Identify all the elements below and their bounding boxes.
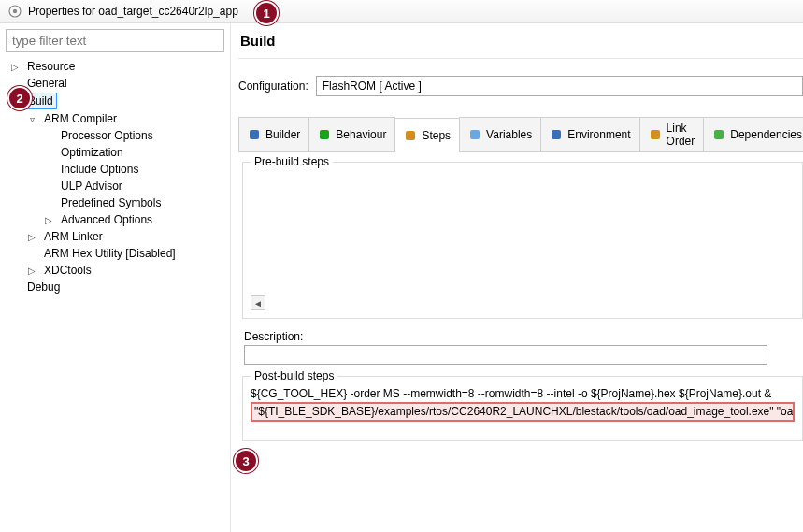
pre-build-legend: Pre-build steps: [251, 155, 333, 168]
svg-rect-3: [320, 130, 329, 139]
pre-build-steps: Pre-build steps ◄: [242, 162, 803, 319]
title-bar: Properties for oad_target_cc2640r2lp_app: [0, 0, 803, 23]
svg-rect-7: [651, 130, 660, 139]
tree-item-label: ULP Advisor: [58, 179, 125, 194]
tree-item[interactable]: Optimization: [6, 144, 224, 161]
tree-item[interactable]: ULP Advisor: [6, 178, 224, 194]
tree-item[interactable]: ▷ARM Linker: [6, 228, 224, 245]
svg-point-1: [13, 9, 17, 13]
callout-3: 3: [234, 449, 258, 473]
callout-2: 2: [7, 86, 32, 110]
main-pane: Build Configuration: FlashROM [ Active ]…: [231, 23, 803, 532]
tree-item[interactable]: ▷Resource: [6, 58, 224, 75]
variables-icon: [468, 128, 481, 141]
environment-icon: [550, 128, 563, 141]
tree-item-label: ARM Hex Utility [Disabled]: [41, 246, 179, 261]
window-title: Properties for oad_target_cc2640r2lp_app: [28, 5, 238, 18]
tree-item-label: Processor Options: [58, 128, 156, 143]
app-icon: [7, 4, 22, 19]
link-order-icon: [649, 128, 662, 141]
expander-icon[interactable]: ▷: [43, 215, 54, 225]
tab-steps[interactable]: Steps: [394, 118, 460, 152]
description-label: Description:: [244, 330, 803, 343]
description-input[interactable]: [244, 345, 767, 365]
expander-icon[interactable]: ▿: [26, 114, 37, 124]
svg-rect-8: [714, 130, 724, 139]
steps-icon: [404, 129, 417, 142]
tree-item-label: Resource: [24, 59, 78, 74]
tree-item[interactable]: Predefined Symbols: [6, 194, 224, 211]
sidebar: ▷ResourceGeneral▿Build▿ARM CompilerProce…: [0, 23, 231, 532]
configuration-label: Configuration:: [238, 79, 308, 93]
scroll-left-button[interactable]: ◄: [251, 295, 265, 310]
expander-icon[interactable]: ▷: [9, 62, 21, 72]
expander-icon[interactable]: ▷: [26, 232, 37, 242]
tree-item[interactable]: ▷XDCtools: [6, 262, 224, 279]
tab-label: Environment: [567, 128, 630, 141]
tree-item-label: General: [24, 76, 70, 91]
svg-rect-5: [470, 130, 480, 139]
tree-item-label: ARM Compiler: [41, 111, 120, 126]
post-build-line-2[interactable]: "${TI_BLE_SDK_BASE}/examples/rtos/CC2640…: [251, 402, 795, 426]
nav-tree: ▷ResourceGeneral▿Build▿ARM CompilerProce…: [6, 58, 224, 295]
tree-item-label: Debug: [24, 280, 63, 295]
tab-link-order[interactable]: Link Order: [639, 117, 705, 151]
tree-item-label: XDCtools: [41, 263, 94, 278]
post-build-line-1: ${CG_TOOL_HEX} -order MS --memwidth=8 --…: [251, 386, 795, 402]
tab-label: Builder: [265, 128, 300, 141]
tab-label: Behaviour: [336, 128, 386, 141]
svg-rect-6: [552, 130, 561, 139]
tab-builder[interactable]: Builder: [238, 117, 309, 151]
tab-label: Variables: [486, 128, 532, 141]
tree-item[interactable]: ARM Hex Utility [Disabled]: [6, 245, 224, 262]
tree-item[interactable]: Debug: [6, 279, 224, 295]
svg-rect-4: [406, 131, 415, 140]
post-build-legend: Post-build steps: [251, 369, 337, 382]
tree-item-label: Advanced Options: [58, 212, 155, 227]
expander-icon[interactable]: ▷: [26, 266, 37, 276]
tab-label: Dependencies: [730, 128, 802, 141]
post-build-steps: Post-build steps ${CG_TOOL_HEX} -order M…: [242, 376, 803, 441]
configuration-row: Configuration: FlashROM [ Active ]: [238, 76, 803, 96]
filter-input[interactable]: [6, 29, 224, 52]
tree-item-label: Include Options: [58, 162, 141, 177]
dependencies-icon: [712, 128, 725, 141]
tab-bar: BuilderBehaviourStepsVariablesEnvironmen…: [238, 117, 803, 152]
tree-item[interactable]: Processor Options: [6, 127, 224, 144]
configuration-select[interactable]: FlashROM [ Active ]: [316, 76, 803, 96]
behaviour-icon: [318, 128, 331, 141]
tree-item[interactable]: General: [6, 75, 224, 92]
tree-item-label: Optimization: [58, 145, 126, 160]
page-title: Build: [240, 33, 803, 49]
tree-item-label: ARM Linker: [41, 229, 106, 244]
tree-item[interactable]: ▿ARM Compiler: [6, 110, 224, 127]
tree-item[interactable]: Include Options: [6, 161, 224, 178]
tab-variables[interactable]: Variables: [459, 117, 541, 151]
tab-label: Steps: [422, 129, 451, 142]
tab-behaviour[interactable]: Behaviour: [308, 117, 395, 151]
builder-icon: [248, 128, 261, 141]
svg-rect-2: [250, 130, 259, 139]
tree-item-label: Predefined Symbols: [58, 195, 164, 210]
tree-item[interactable]: ▷Advanced Options: [6, 211, 224, 228]
separator: [238, 58, 803, 59]
tab-environment[interactable]: Environment: [540, 117, 639, 151]
tab-label: Link Order: [667, 122, 695, 148]
tree-item[interactable]: ▿Build: [6, 92, 224, 110]
tab-dependencies[interactable]: Dependencies: [703, 117, 803, 151]
callout-1: 1: [254, 1, 279, 25]
